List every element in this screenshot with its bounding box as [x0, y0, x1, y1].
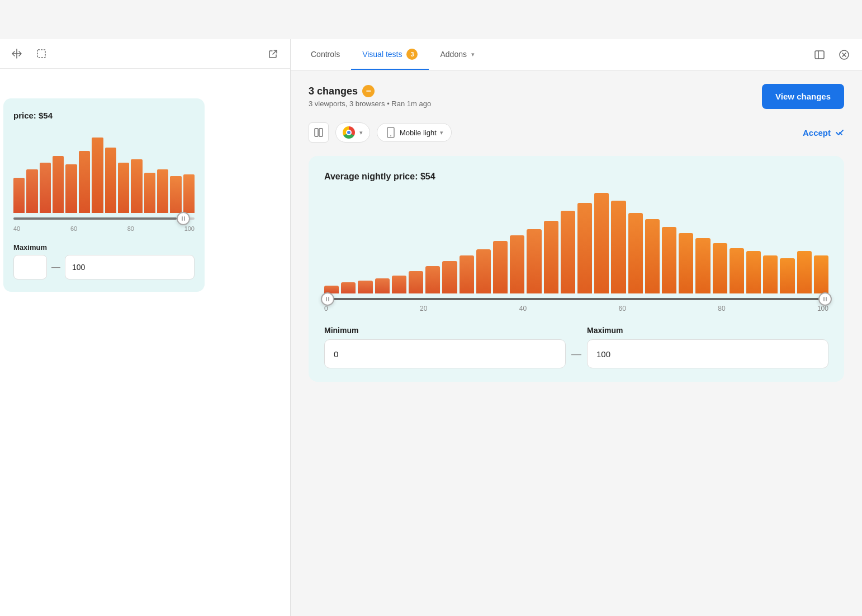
min-input-group: Minimum [324, 326, 566, 368]
left-panel: price: $54 [0, 39, 291, 616]
filter-bar: ▾ Mobile light ▾ Accept [309, 122, 844, 143]
chevron-down-icon: ▾ [471, 51, 475, 58]
changes-bar: 3 changes − 3 viewports, 3 browsers • Ra… [309, 84, 844, 109]
right-slider-thumb[interactable] [818, 292, 832, 306]
tab-bar: Controls Visual tests 3 Addons ▾ [291, 39, 862, 70]
browser-dropdown[interactable]: ▾ [335, 122, 370, 143]
close-icon[interactable] [835, 46, 853, 64]
left-toolbar [0, 39, 290, 69]
chrome-icon [343, 126, 355, 139]
slider-fill [324, 298, 828, 300]
content-area: 3 changes − 3 viewports, 3 browsers • Ra… [291, 70, 862, 395]
tab-addons[interactable]: Addons ▾ [429, 41, 485, 69]
min-label: Minimum [324, 326, 566, 335]
view-changes-button[interactable]: View changes [762, 84, 844, 109]
changes-subtitle: 3 viewports, 3 browsers • Ran 1m ago [309, 99, 431, 108]
main-axis-labels: 0 20 40 60 80 100 [324, 305, 828, 312]
chart-title: Average nightly price: $54 [324, 172, 828, 182]
tab-visual-tests[interactable]: Visual tests 3 [351, 40, 429, 70]
viewport-label: Mobile light [400, 129, 437, 137]
main-inputs-section: Minimum — Maximum [324, 326, 828, 368]
svg-point-7 [390, 135, 391, 136]
dash-separator: — [571, 348, 581, 360]
max-price-input[interactable] [587, 339, 828, 368]
svg-rect-4 [315, 129, 318, 136]
changes-status-icon: − [362, 85, 375, 97]
left-chart-title: price: $54 [13, 111, 195, 120]
changes-count: 3 changes [309, 86, 358, 97]
left-max-label: Maximum [13, 243, 195, 252]
tab-controls[interactable]: Controls [300, 41, 351, 69]
external-link-icon[interactable] [266, 46, 281, 61]
chevron-down-icon: ▾ [359, 129, 363, 136]
svg-rect-0 [37, 50, 45, 58]
svg-rect-5 [319, 129, 323, 136]
move-icon[interactable] [9, 46, 25, 61]
chevron-down-icon: ▾ [440, 129, 443, 136]
main-histogram [324, 193, 828, 293]
panel-icon[interactable] [811, 46, 828, 64]
left-slider-thumb[interactable] [321, 292, 334, 306]
right-slider-thumb-left[interactable] [177, 212, 190, 225]
chart-card: Average nightly price: $54 [309, 156, 844, 382]
compare-icon-button[interactable] [309, 122, 329, 143]
min-price-input[interactable] [324, 339, 566, 368]
mobile-icon [385, 127, 396, 138]
left-max-input[interactable] [65, 255, 195, 279]
visual-tests-badge: 3 [406, 49, 418, 60]
accept-all-button[interactable] [835, 128, 844, 137]
max-input-group: Maximum [587, 326, 828, 368]
main-slider-track [324, 298, 828, 300]
svg-rect-1 [815, 51, 824, 59]
max-label: Maximum [587, 326, 828, 335]
viewport-dropdown[interactable]: Mobile light ▾ [377, 123, 452, 142]
accept-button[interactable]: Accept [803, 128, 831, 138]
left-axis-labels: 40 60 80 100 [13, 225, 195, 232]
right-panel: Controls Visual tests 3 Addons ▾ [291, 39, 862, 616]
select-icon[interactable] [34, 46, 49, 61]
